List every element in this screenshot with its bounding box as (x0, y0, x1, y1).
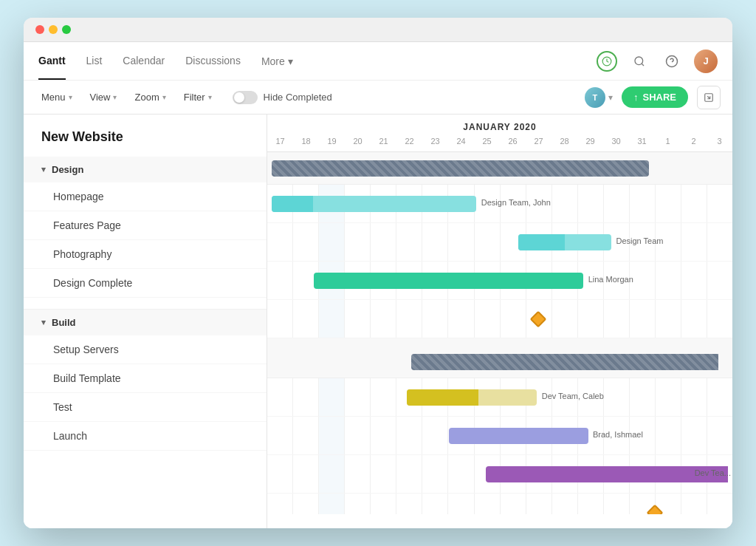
gantt-bar-features[interactable] (518, 234, 611, 250)
gantt-label-features: Design Team (616, 236, 664, 245)
gantt-label-homepage: Design Team, John (481, 198, 551, 207)
menu-caret: ▾ (69, 93, 72, 101)
user-avatar-top[interactable]: J (694, 50, 718, 73)
task-launch[interactable]: Launch (24, 422, 267, 451)
collapse-build-icon: ▾ (41, 318, 46, 327)
app-window: Gantt List Calendar Discussions More ▾ (24, 18, 732, 528)
gantt-bar-build-summary[interactable] (411, 354, 718, 370)
gantt-month: JANUARY 2020 (267, 122, 732, 132)
tab-discussions[interactable]: Discussions (185, 43, 241, 80)
collapse-design-icon: ▾ (41, 165, 46, 174)
gantt-day-21: 21 (371, 137, 396, 151)
avatar-caret: ▾ (608, 92, 613, 103)
maximize-button[interactable] (62, 25, 71, 34)
gantt-day-31: 31 (629, 137, 655, 151)
view-caret: ▾ (113, 93, 117, 101)
export-button[interactable] (697, 86, 721, 109)
gantt-row-design-complete (267, 300, 732, 338)
close-button[interactable] (35, 25, 44, 34)
task-design-complete[interactable]: Design Complete (24, 269, 267, 298)
gantt-day-17: 17 (267, 137, 293, 151)
gantt-diamond-design-complete[interactable] (530, 311, 547, 328)
gantt-day-22: 22 (396, 137, 422, 151)
gantt-row-setup-servers: Dev Team, Caleb (267, 378, 732, 417)
traffic-lights (35, 25, 71, 34)
share-icon: ↑ (633, 92, 639, 103)
gantt-row-features: Design Team (267, 223, 732, 262)
gantt-days: 17 18 19 20 21 22 23 24 25 26 27 28 29 3… (267, 137, 732, 151)
gantt-bar-build-template[interactable] (449, 428, 588, 444)
tab-calendar[interactable]: Calendar (123, 43, 165, 80)
search-icon[interactable] (629, 51, 650, 72)
gantt-rows: Design Team, John Design Team Lina Morga… (267, 152, 732, 514)
gantt-row-build-template: Brad, Ishmael (267, 417, 732, 455)
gantt-row-homepage: Design Team, John (267, 185, 732, 223)
gantt-day-18: 18 (293, 137, 319, 151)
share-button[interactable]: ↑ SHARE (622, 86, 688, 108)
section-header-build[interactable]: ▾ Build (24, 310, 267, 335)
gantt-body: Design Team, John Design Team Lina Morga… (267, 152, 732, 514)
gantt-bar-homepage[interactable] (272, 196, 476, 212)
gantt-header: JANUARY 2020 17 18 19 20 21 22 23 24 25 … (267, 115, 732, 152)
svg-line-2 (642, 64, 644, 66)
sidebar: New Website ▾ Design Homepage Features P… (24, 115, 267, 528)
tab-gantt[interactable]: Gantt (38, 43, 66, 80)
gantt-spacer (267, 338, 732, 346)
chevron-down-icon: ▾ (288, 55, 293, 67)
gantt-bar-setup-servers[interactable] (407, 389, 537, 406)
gantt-day-20: 20 (345, 137, 371, 151)
section-header-design[interactable]: ▾ Design (24, 157, 267, 182)
filter-caret: ▾ (208, 93, 212, 101)
gantt-day-2: 2 (681, 137, 707, 151)
gantt-day-27: 27 (526, 137, 551, 151)
gantt-label-setup-servers: Dev Team, Caleb (542, 392, 604, 400)
main-content: New Website ▾ Design Homepage Features P… (24, 115, 732, 528)
gantt-label-test: Dev Tea... (695, 468, 731, 477)
zoom-caret: ▾ (162, 93, 166, 101)
task-setup-servers[interactable]: Setup Servers (24, 335, 267, 364)
gantt-row-launch (267, 494, 732, 514)
toggle-switch[interactable] (233, 91, 258, 104)
task-test[interactable]: Test (24, 393, 267, 422)
gantt-day-30: 30 (603, 137, 629, 151)
gantt-day-23: 23 (422, 137, 448, 151)
toolbar-right: T ▾ ↑ SHARE (585, 86, 721, 109)
clock-icon[interactable] (597, 51, 617, 72)
project-title: New Website (24, 115, 267, 157)
tab-list[interactable]: List (86, 43, 103, 80)
gantt-day-29: 29 (577, 137, 603, 151)
gantt-label-photography: Lina Morgan (588, 275, 633, 284)
toggle-thumb (234, 92, 244, 103)
svg-point-1 (635, 57, 643, 65)
task-homepage[interactable]: Homepage (24, 182, 267, 211)
gantt-day-3: 3 (707, 137, 732, 151)
view-button[interactable]: View ▾ (84, 89, 123, 106)
user-avatar-toolbar[interactable]: T (585, 87, 605, 108)
nav-icons: J (597, 50, 718, 73)
gantt-day-24: 24 (448, 137, 474, 151)
gantt-label-build-template: Brad, Ishmael (593, 430, 643, 439)
gantt-day-26: 26 (500, 137, 526, 151)
gantt-row-design (267, 152, 732, 185)
gantt-bar-test[interactable] (486, 466, 728, 482)
hide-completed-toggle[interactable]: Hide Completed (233, 91, 332, 104)
gantt-bar-design-summary[interactable] (272, 160, 648, 177)
gantt-day-25: 25 (474, 137, 500, 151)
gantt-bar-photography[interactable] (314, 273, 583, 289)
gantt-day-28: 28 (551, 137, 577, 151)
toolbar: Menu ▾ View ▾ Zoom ▾ Filter ▾ Hide Compl… (24, 81, 732, 115)
task-build-template[interactable]: Build Template (24, 364, 267, 393)
toolbar-left: Menu ▾ View ▾ Zoom ▾ Filter ▾ Hide Compl… (35, 89, 332, 106)
gantt-diamond-launch[interactable] (646, 505, 663, 514)
gantt-row-photography: Lina Morgan (267, 262, 732, 300)
filter-button[interactable]: Filter ▾ (178, 89, 218, 106)
tab-more[interactable]: More ▾ (261, 55, 293, 67)
nav-tabs: Gantt List Calendar Discussions More ▾ (38, 43, 293, 80)
help-icon[interactable] (662, 51, 682, 72)
minimize-button[interactable] (49, 25, 58, 34)
menu-button[interactable]: Menu ▾ (35, 89, 78, 106)
title-bar (24, 18, 732, 42)
task-photography[interactable]: Photography (24, 240, 267, 269)
zoom-button[interactable]: Zoom ▾ (128, 89, 171, 106)
task-features-page[interactable]: Features Page (24, 211, 267, 240)
